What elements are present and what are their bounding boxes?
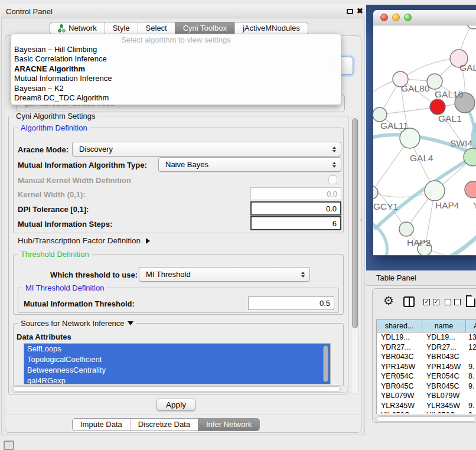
scrollbar-thumb[interactable] [352,118,358,328]
float-window-icon[interactable] [347,9,353,14]
algorithm-option-dream8-dc-tdc-algorithm[interactable]: Dream8 DC_TDC Algorithm [11,93,341,103]
attribute-item-selfloops[interactable]: SelfLoops [24,344,330,354]
close-panel-icon[interactable]: ✖ [357,6,363,15]
network-node-label: GAL10 [435,89,464,99]
network-node[interactable] [373,186,378,199]
select-all-checkbox-icon[interactable]: ✓ [423,299,430,305]
table-cell: YBR043C [422,352,466,362]
tab-impute-data[interactable]: Impute Data [73,419,130,431]
network-node[interactable] [465,181,476,198]
table-body: YDL19...YDL19...13YDR27...YDR27...12YBR0… [377,332,476,413]
network-edge[interactable] [380,107,438,115]
manual-kernel-width-checkbox[interactable] [328,175,337,184]
table-cell: 9. [466,401,476,411]
zoom-window-button[interactable] [404,14,412,21]
attribute-item-betweennesscentrality[interactable]: BetweennessCentrality [24,365,330,376]
hub-definition-expander[interactable]: Hub/Transcription Factor Definition [18,236,150,245]
table-row[interactable]: YBR045CYBR045C9. [377,381,476,392]
table-cell: YLR345W [422,401,466,411]
network-node-label: SWI4 [450,138,472,148]
splitpane-collapse-icon[interactable]: ‹ [360,216,363,223]
tab-style[interactable]: Style [105,22,138,34]
kernel-width-label: Kernel Width (0,1): [18,190,86,199]
network-icon [58,24,66,32]
scrollbar-thumb[interactable] [377,416,476,422]
network-node[interactable] [467,25,476,29]
split-columns-icon[interactable] [403,296,415,307]
mi-steps-label: Mutual Information Steps: [18,220,112,229]
network-node[interactable] [425,181,445,201]
table-row[interactable]: YER054CYER054C8. [377,371,476,381]
tab-cyni-toolbox[interactable]: Cyni Toolbox [175,22,234,34]
mi-algorithm-type-label: Mutual Information Algorithm Type: [18,161,147,169]
minimize-window-button[interactable] [392,14,400,21]
algorithm-option-mutual-information-inference[interactable]: Mutual Information Inference [11,74,341,83]
deselect-all-checkbox-icon[interactable] [445,299,451,305]
network-node[interactable] [373,107,387,122]
tab-jactivemnodules[interactable]: jActiveMNodules [234,22,308,34]
algorithm-option-aracne-algorithm[interactable]: ARACNE Algorithm [11,64,341,74]
table-cell: 9 [466,410,476,413]
which-threshold-label: Which threshold to use: [50,270,138,279]
which-threshold-combobox[interactable]: MI Threshold [139,267,310,282]
stepper-arrows-icon [301,272,305,278]
settings-vertical-scrollbar[interactable] [351,116,359,394]
aracne-mode-combobox[interactable]: Discovery [72,142,341,156]
algorithm-option-bayesian-hill-climbing[interactable]: Bayesian – Hill Climbing [11,45,341,54]
table-cell: YDR27... [377,343,422,353]
network-node[interactable] [399,222,413,236]
tab-label: Impute Data [80,419,122,431]
apply-button[interactable]: Apply [157,399,195,411]
kernel-width-field[interactable]: 0.0 [250,187,341,200]
network-node-label: GAL [459,63,476,73]
dpi-tolerance-field[interactable]: 0.0 [250,201,341,216]
attribute-item-gal4rgexp[interactable]: gal4RGexp [24,376,330,384]
network-node-label: GAL80 [401,83,430,93]
scrollbar-thumb[interactable] [12,386,341,392]
table-row[interactable]: YPR145WYPR145W9. [377,362,476,372]
attributes-scrollbar[interactable] [323,345,328,382]
table-cell: YBL079W [422,391,466,401]
select-all-checkbox-icon[interactable]: ✓ [433,299,439,305]
table-row[interactable]: YDR27...YDR27...12 [377,343,476,353]
network-node[interactable] [400,128,420,148]
network-canvas[interactable]: GALGAL80GAL10GAL1GAL11SWI4GAL4GCY1HAP4YH… [373,25,476,255]
settings-horizontal-scrollbar[interactable] [11,385,348,393]
data-attributes-list[interactable]: SelfLoopsTopologicalCoefficientBetweenne… [24,343,331,384]
table-settings-gear-icon[interactable]: ⚙ [383,294,394,308]
minimized-panel-icon[interactable] [4,441,14,450]
network-edge[interactable] [450,229,476,255]
mi-threshold-field[interactable]: 0.5 [248,296,334,310]
export-table-icon[interactable] [466,295,475,307]
network-node-label: GAL11 [380,120,408,131]
algorithm-option-bayesian-k2[interactable]: Bayesian – K2 [11,84,341,93]
mi-algorithm-type-combobox[interactable]: Naive Bayes [158,157,341,172]
mi-steps-field[interactable]: 6 [250,216,341,230]
close-window-button[interactable] [380,14,388,21]
column-header-a[interactable]: A [466,320,476,332]
tab-discretize-data[interactable]: Discretize Data [130,419,198,431]
deselect-all-checkbox-icon[interactable] [454,299,461,305]
network-node-label: GAL1 [438,113,462,123]
tab-network[interactable]: Network [50,22,105,34]
network-node-label: GAL4 [410,153,433,163]
tab-select[interactable]: Select [138,22,175,34]
table-row[interactable]: YIL052CYIL052C9 [377,410,476,413]
table-row[interactable]: YLR345WYLR345W9. [377,401,476,411]
cyni-algorithm-settings-title: Cyni Algorithm Settings [14,112,97,120]
algorithm-definition-title: Algorithm Definition [18,123,90,132]
table-row[interactable]: YDL19...YDL19...13 [377,332,476,343]
column-header-name[interactable]: name [422,320,466,332]
sources-group-title[interactable]: Sources for Network Inference [18,319,136,328]
column-header-shared[interactable]: shared... [377,320,422,332]
algorithm-option-basic-correlation-inference[interactable]: Basic Correlation Inference [11,54,341,64]
network-node[interactable] [430,99,445,115]
table-cell: YDR27... [422,343,466,353]
network-graph[interactable]: GALGAL80GAL10GAL1GAL11SWI4GAL4GCY1HAP4YH… [373,25,476,255]
table-row[interactable]: YBL079WYBL079W [377,391,476,401]
table-cell: YBR045C [422,381,466,392]
tab-infer-network[interactable]: Infer Network [198,419,259,431]
table-row[interactable]: YBR043CYBR043C [377,352,476,362]
attribute-item-topologicalcoefficient[interactable]: TopologicalCoefficient [24,354,330,365]
table-horizontal-scrollbar[interactable] [375,415,476,423]
